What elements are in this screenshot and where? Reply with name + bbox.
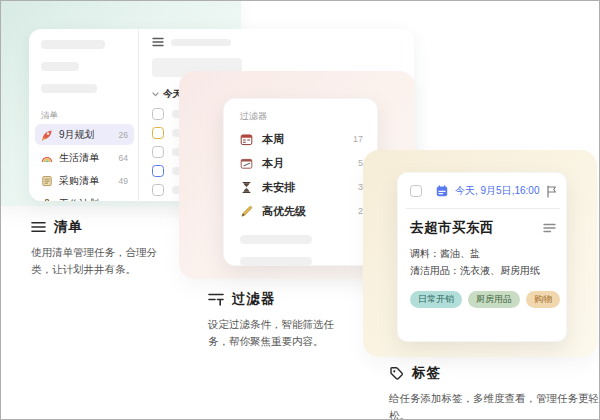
sidebar-item-label: 9月规划	[59, 128, 95, 142]
task-detail-card: 今天, 9月5日,16:00 去超市买东西 调料：酱油、盐 清洁用品：洗衣液、厨…	[397, 172, 567, 342]
sidebar-item-shopping-list[interactable]: 采购清单 49	[35, 170, 134, 191]
placeholder-bar	[41, 84, 97, 93]
calendar-week-icon	[240, 133, 253, 146]
menu-lines-icon[interactable]	[543, 223, 556, 233]
sidebar-section-label: 清单	[41, 110, 130, 122]
sidebar-item-life-list[interactable]: 生活清单 64	[35, 147, 134, 168]
task-note-line: 清洁用品：洗衣液、厨房用纸	[410, 263, 556, 280]
placeholder-bar	[41, 62, 79, 71]
filter-icon	[208, 292, 224, 306]
placeholder-bar	[41, 40, 105, 49]
hamburger-menu-icon[interactable]	[152, 37, 164, 47]
sidebar-item-count: 83	[119, 199, 128, 202]
sidebar-item-label: 生活清单	[59, 151, 99, 165]
sidebar-item-count: 49	[119, 176, 128, 186]
filter-item-label: 高优先级	[262, 204, 306, 219]
feature-section-lists: 清单 使用清单管理任务，合理分类，让计划井井有条。	[31, 217, 163, 278]
sidebar-item-count: 26	[119, 130, 128, 140]
checkbox[interactable]	[152, 184, 164, 196]
flag-icon[interactable]	[546, 185, 557, 198]
checkbox[interactable]	[152, 146, 164, 158]
filter-panel-card: 过滤器 本周 17 本月 5 未安排 3	[223, 98, 378, 266]
placeholder-bar	[240, 235, 312, 244]
calendar-icon	[436, 185, 448, 197]
filter-section-label: 过滤器	[240, 110, 363, 123]
feature-description: 使用清单管理任务，合理分类，让计划井井有条。	[31, 244, 163, 278]
tag-icon	[389, 366, 404, 381]
feature-title: 标签	[412, 364, 441, 382]
filter-item-label: 本月	[262, 156, 284, 171]
placeholder-bar	[171, 39, 231, 46]
feature-description: 给任务添加标签，多维度查看，管理任务更轻松。	[389, 390, 600, 420]
filter-item-high-priority[interactable]: 高优先级 2	[240, 199, 363, 223]
calendar-month-icon	[240, 157, 253, 170]
filter-item-unscheduled[interactable]: 未安排 3	[240, 175, 363, 199]
filter-item-this-month[interactable]: 本月 5	[240, 151, 363, 175]
divider	[406, 208, 560, 209]
filter-item-label: 未安排	[262, 180, 295, 195]
task-notes[interactable]: 调料：酱油、盐 清洁用品：洗衣液、厨房用纸	[410, 246, 556, 279]
filter-item-label: 本周	[262, 132, 284, 147]
sidebar-item-work-plan[interactable]: 工作计划 83	[35, 193, 134, 201]
tag-pill-kitchen[interactable]: 厨房用品	[468, 291, 520, 308]
checkbox[interactable]	[152, 108, 164, 120]
checkbox[interactable]	[152, 127, 164, 139]
marketing-screenshot: 清单 9月规划 26 生活清单 64 采购清单 49	[0, 0, 600, 420]
task-date[interactable]: 今天, 9月5日,16:00	[455, 184, 539, 198]
feature-section-tags: 标签 给任务添加标签，多维度查看，管理任务更轻松。	[389, 363, 600, 420]
task-checkbox[interactable]	[410, 185, 422, 197]
sidebar-item-label: 工作计划	[59, 197, 99, 202]
sidebar-item-september-plan[interactable]: 9月规划 26	[35, 124, 134, 145]
briefcase-icon	[41, 198, 53, 202]
placeholder-bar	[240, 257, 312, 266]
filter-item-count: 17	[353, 134, 363, 144]
task-title[interactable]: 去超市买东西	[410, 219, 494, 237]
rocket-icon	[41, 129, 53, 141]
sidebar-item-label: 采购清单	[59, 174, 99, 188]
sidebar-item-count: 64	[119, 153, 128, 163]
list-icon	[31, 221, 46, 233]
task-note-line: 调料：酱油、盐	[410, 246, 556, 263]
sidebar: 清单 9月规划 26 生活清单 64 采购清单 49	[29, 29, 138, 201]
rainbow-icon	[41, 152, 53, 164]
filter-item-this-week[interactable]: 本周 17	[240, 127, 363, 151]
hourglass-icon	[240, 181, 253, 194]
notebook-icon	[41, 175, 53, 187]
tag-pill-shopping[interactable]: 购物	[526, 291, 560, 308]
chevron-down-icon	[152, 92, 159, 97]
feature-section-filters: 过滤器 设定过滤条件，智能筛选任务，帮你聚焦重要内容。	[208, 289, 340, 350]
feature-title: 过滤器	[232, 290, 276, 308]
checkbox[interactable]	[152, 165, 164, 177]
feature-title: 清单	[54, 218, 83, 236]
pencil-icon	[240, 205, 253, 218]
feature-description: 设定过滤条件，智能筛选任务，帮你聚焦重要内容。	[208, 316, 340, 350]
tag-pill-daily-expense[interactable]: 日常开销	[410, 291, 462, 308]
task-tags: 日常开销 厨房用品 购物	[410, 291, 556, 308]
